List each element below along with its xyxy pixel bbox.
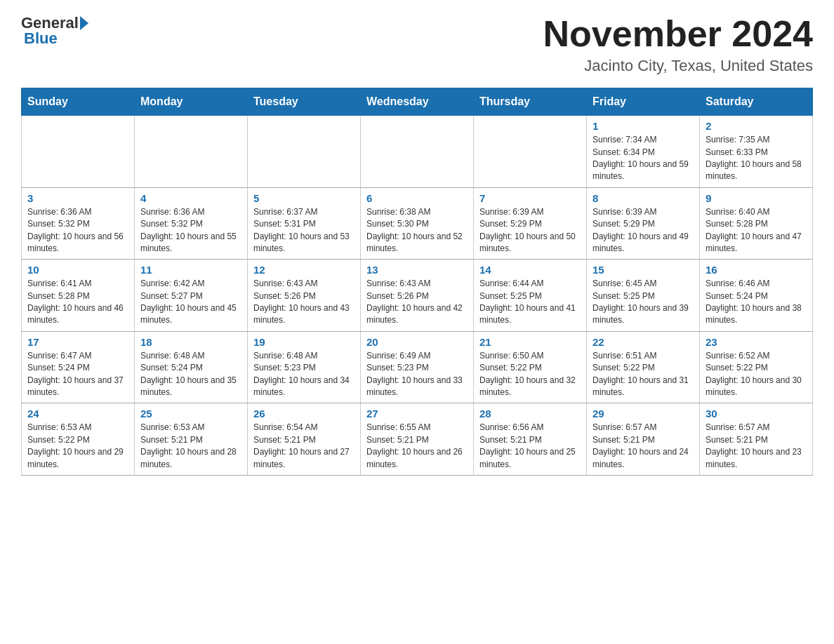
weekday-header-monday: Monday <box>135 88 248 116</box>
day-info: Sunrise: 6:50 AM Sunset: 5:22 PM Dayligh… <box>479 350 581 399</box>
calendar-cell: 20Sunrise: 6:49 AM Sunset: 5:23 PM Dayli… <box>361 331 474 403</box>
weekday-header-friday: Friday <box>587 88 700 116</box>
weekday-header-saturday: Saturday <box>700 88 813 116</box>
day-info: Sunrise: 6:51 AM Sunset: 5:22 PM Dayligh… <box>593 350 694 399</box>
day-number: 13 <box>366 264 468 276</box>
day-number: 5 <box>253 192 355 204</box>
day-number: 3 <box>27 192 128 204</box>
day-info: Sunrise: 6:42 AM Sunset: 5:27 PM Dayligh… <box>140 278 241 327</box>
weekday-header-thursday: Thursday <box>474 88 587 116</box>
day-info: Sunrise: 6:40 AM Sunset: 5:28 PM Dayligh… <box>706 206 807 255</box>
day-number: 27 <box>366 408 468 420</box>
day-number: 16 <box>706 264 807 276</box>
day-number: 14 <box>479 264 581 276</box>
weekday-header-sunday: Sunday <box>22 88 135 116</box>
day-info: Sunrise: 7:35 AM Sunset: 6:33 PM Dayligh… <box>706 134 807 183</box>
day-info: Sunrise: 6:47 AM Sunset: 5:24 PM Dayligh… <box>27 350 128 399</box>
day-number: 25 <box>140 408 241 420</box>
calendar-cell: 18Sunrise: 6:48 AM Sunset: 5:24 PM Dayli… <box>135 331 248 403</box>
day-number: 11 <box>140 264 241 276</box>
calendar-cell: 14Sunrise: 6:44 AM Sunset: 5:25 PM Dayli… <box>474 260 587 332</box>
day-number: 24 <box>27 408 128 420</box>
day-number: 6 <box>366 192 468 204</box>
logo-arrow-icon <box>80 16 88 30</box>
day-info: Sunrise: 6:48 AM Sunset: 5:24 PM Dayligh… <box>140 350 241 399</box>
calendar-cell: 16Sunrise: 6:46 AM Sunset: 5:24 PM Dayli… <box>700 260 813 332</box>
day-info: Sunrise: 6:57 AM Sunset: 5:21 PM Dayligh… <box>593 422 694 471</box>
calendar-cell: 1Sunrise: 7:34 AM Sunset: 6:34 PM Daylig… <box>587 116 700 188</box>
calendar-cell: 13Sunrise: 6:43 AM Sunset: 5:26 PM Dayli… <box>361 260 474 332</box>
day-info: Sunrise: 6:48 AM Sunset: 5:23 PM Dayligh… <box>253 350 355 399</box>
day-number: 26 <box>253 408 355 420</box>
day-info: Sunrise: 6:49 AM Sunset: 5:23 PM Dayligh… <box>366 350 468 399</box>
day-info: Sunrise: 6:54 AM Sunset: 5:21 PM Dayligh… <box>253 422 355 471</box>
weekday-header-tuesday: Tuesday <box>248 88 361 116</box>
day-number: 2 <box>706 120 807 132</box>
day-number: 12 <box>253 264 355 276</box>
day-info: Sunrise: 6:39 AM Sunset: 5:29 PM Dayligh… <box>593 206 694 255</box>
week-row-1: 1Sunrise: 7:34 AM Sunset: 6:34 PM Daylig… <box>22 116 813 188</box>
day-info: Sunrise: 6:36 AM Sunset: 5:32 PM Dayligh… <box>140 206 241 255</box>
day-info: Sunrise: 6:57 AM Sunset: 5:21 PM Dayligh… <box>706 422 807 471</box>
day-number: 20 <box>366 336 468 348</box>
calendar-cell: 24Sunrise: 6:53 AM Sunset: 5:22 PM Dayli… <box>22 403 135 476</box>
day-info: Sunrise: 6:37 AM Sunset: 5:31 PM Dayligh… <box>253 206 355 255</box>
calendar-cell: 12Sunrise: 6:43 AM Sunset: 5:26 PM Dayli… <box>248 260 361 332</box>
calendar-cell: 27Sunrise: 6:55 AM Sunset: 5:21 PM Dayli… <box>361 403 474 476</box>
day-number: 8 <box>593 192 694 204</box>
day-number: 22 <box>593 336 694 348</box>
day-info: Sunrise: 6:44 AM Sunset: 5:25 PM Dayligh… <box>479 278 581 327</box>
page-header: General Blue November 2024 Jacinto City,… <box>21 14 813 75</box>
day-number: 30 <box>706 408 807 420</box>
week-row-4: 17Sunrise: 6:47 AM Sunset: 5:24 PM Dayli… <box>22 331 813 403</box>
day-number: 1 <box>593 120 694 132</box>
calendar-cell <box>474 116 587 188</box>
calendar-cell: 17Sunrise: 6:47 AM Sunset: 5:24 PM Dayli… <box>22 331 135 403</box>
calendar-cell: 9Sunrise: 6:40 AM Sunset: 5:28 PM Daylig… <box>700 187 813 260</box>
calendar-cell: 28Sunrise: 6:56 AM Sunset: 5:21 PM Dayli… <box>474 403 587 476</box>
week-row-3: 10Sunrise: 6:41 AM Sunset: 5:28 PM Dayli… <box>22 260 813 332</box>
day-info: Sunrise: 6:53 AM Sunset: 5:22 PM Dayligh… <box>27 422 128 471</box>
calendar-cell: 23Sunrise: 6:52 AM Sunset: 5:22 PM Dayli… <box>700 331 813 403</box>
calendar-cell: 6Sunrise: 6:38 AM Sunset: 5:30 PM Daylig… <box>361 187 474 260</box>
day-info: Sunrise: 6:52 AM Sunset: 5:22 PM Dayligh… <box>706 350 807 399</box>
calendar-cell: 26Sunrise: 6:54 AM Sunset: 5:21 PM Dayli… <box>248 403 361 476</box>
calendar-cell <box>248 116 361 188</box>
calendar-cell: 5Sunrise: 6:37 AM Sunset: 5:31 PM Daylig… <box>248 187 361 260</box>
calendar-cell <box>22 116 135 188</box>
day-info: Sunrise: 6:46 AM Sunset: 5:24 PM Dayligh… <box>706 278 807 327</box>
day-info: Sunrise: 6:41 AM Sunset: 5:28 PM Dayligh… <box>27 278 128 327</box>
day-number: 10 <box>27 264 128 276</box>
day-number: 4 <box>140 192 241 204</box>
day-number: 28 <box>479 408 581 420</box>
day-number: 18 <box>140 336 241 348</box>
calendar-cell: 25Sunrise: 6:53 AM Sunset: 5:21 PM Dayli… <box>135 403 248 476</box>
month-title: November 2024 <box>543 14 813 54</box>
calendar-cell: 19Sunrise: 6:48 AM Sunset: 5:23 PM Dayli… <box>248 331 361 403</box>
calendar-table: SundayMondayTuesdayWednesdayThursdayFrid… <box>21 88 813 476</box>
calendar-cell: 22Sunrise: 6:51 AM Sunset: 5:22 PM Dayli… <box>587 331 700 403</box>
day-info: Sunrise: 6:53 AM Sunset: 5:21 PM Dayligh… <box>140 422 241 471</box>
day-number: 15 <box>593 264 694 276</box>
location-subtitle: Jacinto City, Texas, United States <box>543 57 813 75</box>
weekday-header-row: SundayMondayTuesdayWednesdayThursdayFrid… <box>22 88 813 116</box>
week-row-2: 3Sunrise: 6:36 AM Sunset: 5:32 PM Daylig… <box>22 187 813 260</box>
calendar-cell: 11Sunrise: 6:42 AM Sunset: 5:27 PM Dayli… <box>135 260 248 332</box>
calendar-cell: 30Sunrise: 6:57 AM Sunset: 5:21 PM Dayli… <box>700 403 813 476</box>
day-number: 17 <box>27 336 128 348</box>
calendar-cell: 8Sunrise: 6:39 AM Sunset: 5:29 PM Daylig… <box>587 187 700 260</box>
day-number: 23 <box>706 336 807 348</box>
day-info: Sunrise: 6:39 AM Sunset: 5:29 PM Dayligh… <box>479 206 581 255</box>
calendar-cell: 29Sunrise: 6:57 AM Sunset: 5:21 PM Dayli… <box>587 403 700 476</box>
day-number: 9 <box>706 192 807 204</box>
day-info: Sunrise: 6:38 AM Sunset: 5:30 PM Dayligh… <box>366 206 468 255</box>
calendar-cell <box>361 116 474 188</box>
title-area: November 2024 Jacinto City, Texas, Unite… <box>543 14 813 75</box>
calendar-cell: 2Sunrise: 7:35 AM Sunset: 6:33 PM Daylig… <box>700 116 813 188</box>
day-info: Sunrise: 6:43 AM Sunset: 5:26 PM Dayligh… <box>366 278 468 327</box>
day-number: 29 <box>593 408 694 420</box>
day-number: 19 <box>253 336 355 348</box>
calendar-cell: 4Sunrise: 6:36 AM Sunset: 5:32 PM Daylig… <box>135 187 248 260</box>
day-info: Sunrise: 6:55 AM Sunset: 5:21 PM Dayligh… <box>366 422 468 471</box>
weekday-header-wednesday: Wednesday <box>361 88 474 116</box>
